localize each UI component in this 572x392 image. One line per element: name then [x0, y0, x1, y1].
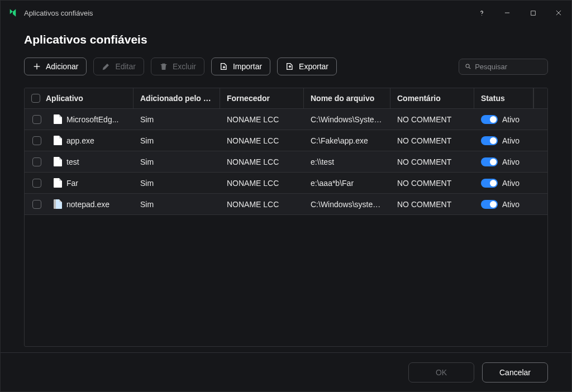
- row-file-cell: e:\\test: [304, 151, 390, 172]
- row-app-name: MicrosoftEdg...: [66, 115, 118, 124]
- import-button-label: Importar: [233, 62, 262, 71]
- row-comment-cell: NO COMMENT: [390, 173, 474, 193]
- row-added-cell: Sim: [134, 130, 220, 151]
- row-app-cell: app.exe: [47, 130, 134, 151]
- search-icon: [465, 63, 471, 70]
- export-button-label: Exportar: [299, 62, 328, 71]
- cancel-button[interactable]: Cancelar: [482, 362, 548, 383]
- status-label: Ativo: [502, 179, 519, 188]
- table-row[interactable]: notepad.exeSimNONAME LCCC:\Windows\syste…: [25, 194, 547, 215]
- status-toggle[interactable]: [481, 179, 498, 188]
- help-button[interactable]: [469, 1, 494, 25]
- maximize-button[interactable]: [520, 1, 546, 25]
- row-checkbox[interactable]: [32, 115, 41, 124]
- file-icon: [54, 178, 62, 188]
- row-checkbox[interactable]: [32, 179, 41, 188]
- file-icon: [54, 114, 62, 124]
- import-button[interactable]: Importar: [211, 58, 270, 75]
- add-button-label: Adicionar: [46, 62, 78, 71]
- col-file-header[interactable]: Nome do arquivo: [304, 88, 390, 108]
- file-icon: [54, 136, 62, 145]
- status-toggle[interactable]: [481, 136, 498, 145]
- svg-point-7: [466, 64, 469, 68]
- minimize-button[interactable]: [494, 1, 520, 25]
- titlebar: Aplicativos confiáveis: [1, 1, 571, 25]
- row-app-name: Far: [66, 179, 78, 188]
- status-label: Ativo: [502, 200, 519, 209]
- row-vendor-cell: NONAME LCC: [220, 109, 304, 130]
- search-input[interactable]: [475, 63, 542, 71]
- close-button[interactable]: [546, 1, 571, 25]
- row-check-cell: [25, 173, 47, 193]
- apps-table: Aplicativo Adicionado pelo u... Forneced…: [24, 88, 548, 347]
- row-check-cell: [25, 151, 47, 172]
- row-vendor-cell: NONAME LCC: [220, 130, 304, 151]
- row-app-cell: MicrosoftEdg...: [47, 109, 134, 130]
- page-title: Aplicativos confiáveis: [24, 33, 548, 46]
- app-logo-icon: [7, 7, 18, 18]
- row-check-cell: [25, 109, 47, 130]
- row-checkbox[interactable]: [32, 157, 41, 166]
- row-check-cell: [25, 194, 47, 214]
- table-row[interactable]: FarSimNONAME LCCe:\aaa*b\FarNO COMMENTAt…: [25, 173, 547, 194]
- row-added-cell: Sim: [134, 194, 220, 214]
- row-added-cell: Sim: [134, 151, 220, 172]
- row-vendor-cell: NONAME LCC: [220, 151, 304, 172]
- col-app-label: Aplicativo: [46, 94, 83, 103]
- svg-point-0: [482, 15, 482, 15]
- row-vendor-cell: NONAME LCC: [220, 194, 304, 214]
- row-status-cell: Ativo: [474, 194, 547, 214]
- ok-button[interactable]: OK: [408, 362, 474, 383]
- col-tail: [533, 88, 547, 108]
- file-icon: [54, 157, 62, 166]
- search-box[interactable]: [459, 59, 548, 75]
- edit-button[interactable]: Editar: [93, 58, 144, 75]
- row-status-cell: Ativo: [474, 130, 547, 151]
- edit-button-label: Editar: [115, 62, 136, 71]
- status-toggle[interactable]: [481, 157, 498, 166]
- row-comment-cell: NO COMMENT: [390, 151, 474, 172]
- dialog-content: Aplicativos confiáveis Adicionar Editar …: [1, 25, 571, 352]
- row-app-name: notepad.exe: [66, 200, 109, 209]
- col-app-header[interactable]: Aplicativo: [25, 88, 134, 108]
- table-header: Aplicativo Adicionado pelo u... Forneced…: [25, 88, 547, 109]
- svg-rect-2: [531, 11, 535, 15]
- add-button[interactable]: Adicionar: [24, 58, 87, 75]
- row-file-cell: C:\Fake\app.exe: [304, 130, 390, 151]
- row-file-cell: C:\Windows\system...: [304, 194, 390, 214]
- row-vendor-cell: NONAME LCC: [220, 173, 304, 193]
- col-added-header[interactable]: Adicionado pelo u...: [134, 88, 220, 108]
- row-comment-cell: NO COMMENT: [390, 109, 474, 130]
- table-row[interactable]: testSimNONAME LCCe:\\testNO COMMENTAtivo: [25, 151, 547, 173]
- delete-button-label: Excluir: [173, 62, 196, 71]
- dialog-footer: OK Cancelar: [1, 352, 571, 391]
- dialog-window: Aplicativos confiáveis Aplicativos confi…: [0, 0, 572, 392]
- status-label: Ativo: [502, 136, 519, 145]
- table-body: MicrosoftEdg...SimNONAME LCCC:\Windows\S…: [25, 109, 547, 346]
- col-status-header[interactable]: Status: [474, 88, 533, 108]
- row-checkbox[interactable]: [32, 136, 41, 145]
- svg-line-8: [469, 68, 471, 69]
- row-checkbox[interactable]: [32, 200, 41, 209]
- status-toggle[interactable]: [481, 115, 498, 124]
- select-all-checkbox[interactable]: [31, 94, 40, 103]
- table-row[interactable]: MicrosoftEdg...SimNONAME LCCC:\Windows\S…: [25, 109, 547, 130]
- toolbar: Adicionar Editar Excluir Importar Export…: [24, 58, 548, 75]
- col-vendor-header[interactable]: Fornecedor: [220, 88, 304, 108]
- notepad-icon: [54, 199, 62, 209]
- row-app-name: test: [66, 157, 79, 166]
- row-status-cell: Ativo: [474, 109, 547, 130]
- table-row[interactable]: app.exeSimNONAME LCCC:\Fake\app.exeNO CO…: [25, 130, 547, 151]
- col-comment-header[interactable]: Comentário: [390, 88, 474, 108]
- row-comment-cell: NO COMMENT: [390, 130, 474, 151]
- row-app-cell: notepad.exe: [47, 194, 134, 214]
- export-button[interactable]: Exportar: [277, 58, 337, 75]
- row-added-cell: Sim: [134, 173, 220, 193]
- window-title: Aplicativos confiáveis: [24, 9, 93, 17]
- row-check-cell: [25, 130, 47, 151]
- row-app-cell: test: [47, 151, 134, 172]
- row-file-cell: e:\aaa*b\Far: [304, 173, 390, 193]
- status-toggle[interactable]: [481, 200, 498, 209]
- delete-button[interactable]: Excluir: [151, 58, 204, 75]
- row-status-cell: Ativo: [474, 173, 547, 193]
